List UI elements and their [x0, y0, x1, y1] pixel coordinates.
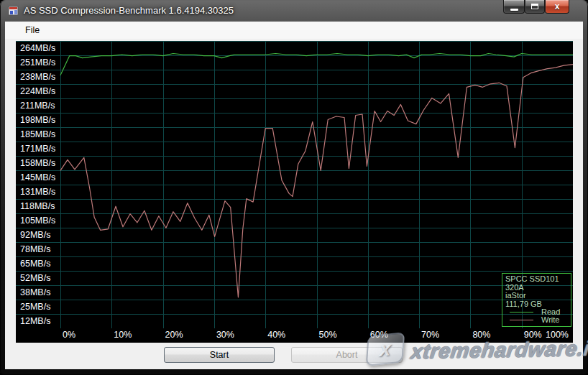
x-axis-label: 50% [319, 330, 337, 340]
x-axis-label: 100% [546, 330, 569, 340]
legend-capacity: 111,79 GB [505, 300, 571, 309]
x-axis-label: 40% [267, 330, 285, 340]
read-line [60, 54, 573, 75]
legend-driver: iaStor [505, 292, 571, 300]
start-button[interactable]: Start [164, 347, 275, 363]
x-axis-label: 70% [421, 330, 439, 340]
legend-entry-read: Read [505, 308, 571, 316]
legend-write-label: Write [541, 316, 559, 325]
x-axis-label: 80% [472, 330, 490, 340]
x-axis-label: 20% [165, 330, 183, 340]
menu-item-file[interactable]: File [19, 23, 45, 37]
window-title: AS SSD Compression-Benchmark 1.6.4194.30… [24, 5, 234, 16]
minimize-icon [510, 9, 518, 11]
x-axis-label: 30% [216, 330, 234, 340]
x-axis-label: 10% [114, 330, 132, 340]
app-icon [8, 5, 19, 17]
screenshot: AS SSD Compression-Benchmark 1.6.4194.30… [0, 0, 588, 375]
caption-buttons: x [503, 0, 569, 14]
minimize-button[interactable] [503, 0, 525, 14]
x-axis-labels: 0%10%20%30%40%50%60%70%80%90%100% [16, 328, 573, 343]
write-line [60, 65, 573, 297]
client-area: File 264MB/s251MB/s238MB/s224MB/s211MB/s… [5, 22, 583, 369]
x-axis-label: 90% [524, 330, 542, 340]
chart-plot [16, 41, 573, 328]
close-icon: x [555, 1, 560, 13]
chart-legend: SPCC SSD101 320A iaStor 111,79 GB Read W… [502, 273, 571, 327]
write-line-sample [510, 320, 533, 320]
window-frame: AS SSD Compression-Benchmark 1.6.4194.30… [0, 0, 588, 375]
x-axis-label: 0% [63, 330, 75, 340]
legend-drive-name: SPCC SSD101 [505, 275, 571, 284]
maximize-icon [531, 4, 538, 9]
legend-entry-write: Write [505, 316, 571, 324]
abort-button[interactable]: Abort [291, 347, 403, 363]
menu-bar: File [5, 22, 583, 39]
x-axis-label: 60% [370, 330, 388, 340]
close-button[interactable]: x [545, 0, 569, 14]
read-line-sample [510, 312, 533, 312]
benchmark-chart: 264MB/s251MB/s238MB/s224MB/s211MB/s198MB… [16, 41, 573, 343]
title-bar: AS SSD Compression-Benchmark 1.6.4194.30… [0, 0, 588, 22]
maximize-button[interactable] [525, 0, 545, 14]
